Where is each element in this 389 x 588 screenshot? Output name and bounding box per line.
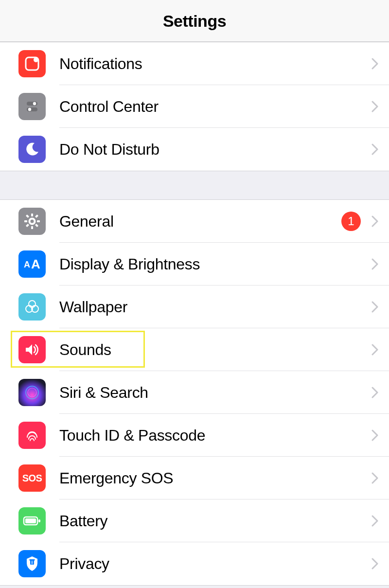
svg-rect-12 [35,224,38,227]
row-label: Touch ID & Passcode [59,427,371,445]
svg-point-21 [28,388,36,397]
svg-point-5 [28,108,31,111]
svg-rect-8 [31,226,33,229]
sos-text: SOS [22,473,42,484]
notifications-icon [18,50,46,77]
chevron-right-icon [371,215,378,227]
settings-group-1: Notifications Control Center Do Not Dist… [0,42,389,171]
svg-point-6 [30,219,35,224]
page-title: Settings [0,12,389,31]
do-not-disturb-icon [18,136,46,163]
row-label: Sounds [59,341,371,359]
row-label: Emergency SOS [59,469,371,487]
row-display-brightness[interactable]: AA Display & Brightness [0,243,389,285]
row-touch-id[interactable]: Touch ID & Passcode [0,414,389,457]
svg-rect-9 [24,220,27,222]
row-battery[interactable]: Battery [0,499,389,542]
row-label: Notifications [59,55,371,73]
row-label: Wallpaper [59,298,371,316]
sounds-icon [18,336,46,363]
privacy-icon [18,550,46,577]
row-emergency-sos[interactable]: SOS Emergency SOS [0,457,389,499]
row-label: Display & Brightness [59,255,371,273]
row-sounds[interactable]: Sounds [0,328,389,371]
chevron-right-icon [371,472,378,484]
battery-icon [18,507,46,535]
svg-rect-26 [30,559,35,561]
chevron-right-icon [371,387,378,398]
wallpaper-icon [18,293,46,321]
svg-point-1 [34,57,38,62]
svg-text:A: A [24,260,30,269]
chevron-right-icon [371,101,378,112]
svg-rect-10 [37,220,40,222]
chevron-right-icon [371,58,378,70]
control-center-icon [18,93,46,120]
row-label: Siri & Search [59,384,371,402]
row-general[interactable]: General 1 [0,200,389,243]
row-control-center[interactable]: Control Center [0,85,389,128]
touch-id-icon [18,422,46,449]
row-label: Privacy [59,555,371,573]
settings-group-2: General 1 AA Display & Brightness Wallpa… [0,199,389,586]
svg-rect-13 [35,214,38,218]
chevron-right-icon [371,558,378,570]
row-siri-search[interactable]: Siri & Search [0,371,389,414]
svg-text:A: A [31,257,40,271]
chevron-right-icon [371,429,378,441]
svg-rect-11 [26,214,29,218]
chevron-right-icon [371,515,378,527]
display-brightness-icon: AA [18,250,46,278]
svg-point-3 [33,102,36,105]
header: Settings [0,0,389,42]
row-label: Do Not Disturb [59,141,371,159]
chevron-right-icon [371,143,378,155]
row-label: Control Center [59,98,371,116]
row-notifications[interactable]: Notifications [0,42,389,85]
chevron-right-icon [371,301,378,313]
svg-rect-24 [38,519,40,522]
chevron-right-icon [371,258,378,270]
svg-rect-23 [25,518,36,523]
emergency-sos-icon: SOS [18,464,46,492]
row-label: Battery [59,512,371,530]
general-icon [18,208,46,235]
notification-badge: 1 [341,212,361,231]
row-privacy[interactable]: Privacy [0,542,389,585]
chevron-right-icon [371,344,378,356]
svg-rect-14 [26,224,29,227]
row-label: General [59,213,341,231]
siri-icon [18,379,46,406]
svg-rect-7 [31,214,33,216]
row-do-not-disturb[interactable]: Do Not Disturb [0,128,389,171]
row-wallpaper[interactable]: Wallpaper [0,285,389,328]
